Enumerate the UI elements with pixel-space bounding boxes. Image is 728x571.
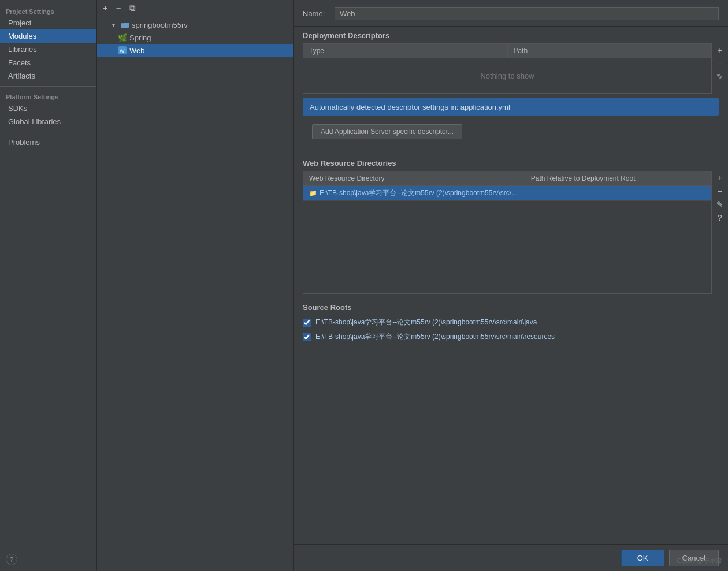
module-tree: ▾ springbootm55rv 🌿 Spring W: [97, 16, 293, 571]
sidebar-divider-2: [0, 132, 96, 132]
source-root-java-checkbox[interactable]: [303, 319, 311, 327]
source-root-resources-checkbox[interactable]: [303, 333, 311, 341]
sidebar-divider: [0, 86, 96, 87]
source-root-resources-path: E:\TB-shop\java学习平台--论文m55rv (2)\springb…: [315, 332, 555, 342]
sidebar-item-modules[interactable]: Modules: [0, 29, 96, 43]
sidebar-item-label: Artifacts: [8, 72, 35, 80]
spacer-1: [294, 143, 728, 154]
main-content: Name: Deployment Descriptors Type Path N…: [294, 0, 728, 571]
watermark-text: CSDN @宁小流: [677, 557, 722, 565]
svg-text:W: W: [120, 48, 125, 54]
tree-node-spring[interactable]: 🌿 Spring: [97, 31, 293, 44]
type-column-header: Type: [303, 44, 508, 58]
web-resource-section: Web Resource Directory Path Relative to …: [303, 171, 728, 294]
auto-detected-info: Automatically detected descriptor settin…: [303, 98, 719, 116]
deployment-descriptors-table: Type Path Nothing to show: [303, 43, 712, 94]
sidebar-item-label: Modules: [8, 32, 36, 40]
sidebar-item-project[interactable]: Project: [0, 16, 96, 29]
folder-icon: [120, 20, 129, 29]
name-label: Name:: [303, 9, 329, 18]
tree-node-label: Spring: [129, 33, 151, 42]
expand-icon: ▾: [109, 20, 118, 29]
web-resource-right-buttons: + − ✎ ?: [712, 171, 728, 294]
source-root-item-resources: E:\TB-shop\java学习平台--论文m55rv (2)\springb…: [294, 330, 728, 344]
global-help-button[interactable]: ?: [6, 554, 17, 565]
web-resource-table: Web Resource Directory Path Relative to …: [303, 171, 712, 294]
source-roots-title: Source Roots: [294, 298, 728, 315]
bottom-bar: OK Cancel: [294, 544, 728, 571]
web-res-directory-cell: 📁 E:\TB-shop\java学习平台--论文m55rv (2)\sprin…: [303, 186, 525, 200]
sidebar-item-sdks[interactable]: SDKs: [0, 102, 96, 115]
web-resource-row[interactable]: 📁 E:\TB-shop\java学习平台--论文m55rv (2)\sprin…: [303, 186, 711, 201]
source-root-java-path: E:\TB-shop\java学习平台--论文m55rv (2)\springb…: [315, 318, 537, 327]
deployment-descriptors-title: Deployment Descriptors: [294, 27, 728, 43]
module-tree-panel: + − ⧉ ▾ springbootm55rv 🌿 Spring: [97, 0, 294, 571]
web-res-path-cell: [525, 186, 711, 200]
table-header-row: Type Path: [303, 44, 711, 58]
web-res-empty-space: [303, 201, 711, 293]
add-application-server-descriptor-button[interactable]: Add Application Server specific descript…: [312, 124, 462, 139]
help-web-resource-button[interactable]: ?: [714, 212, 726, 223]
svg-rect-1: [121, 23, 124, 24]
sidebar-item-label: Facets: [8, 58, 31, 67]
deployment-right-buttons: + − ✎: [712, 43, 728, 94]
remove-web-resource-button[interactable]: −: [714, 185, 726, 197]
source-root-item-java: E:\TB-shop\java学习平台--论文m55rv (2)\springb…: [294, 315, 728, 330]
web-res-directory-text: E:\TB-shop\java学习平台--论文m55rv (2)\springb…: [320, 188, 519, 198]
name-row: Name:: [294, 0, 728, 27]
tree-node-label: springbootm55rv: [132, 21, 188, 29]
sidebar-item-global-libraries[interactable]: Global Libraries: [0, 115, 96, 128]
web-resource-title: Web Resource Directories: [294, 154, 728, 171]
add-module-button[interactable]: +: [101, 2, 110, 13]
tree-node-springbootm55rv[interactable]: ▾ springbootm55rv: [97, 18, 293, 31]
tree-node-label: Web: [129, 46, 145, 55]
web-res-directory-header: Web Resource Directory: [303, 171, 525, 185]
remove-descriptor-button[interactable]: −: [714, 58, 726, 69]
sidebar-item-libraries[interactable]: Libraries: [0, 43, 96, 56]
sidebar-item-label: Problems: [8, 138, 40, 147]
name-input[interactable]: [335, 7, 719, 20]
sidebar: Project Settings Project Modules Librari…: [0, 0, 97, 571]
sidebar-item-problems[interactable]: Problems: [0, 136, 96, 149]
spring-icon: 🌿: [118, 33, 127, 42]
web-res-header-row: Web Resource Directory Path Relative to …: [303, 171, 711, 186]
sidebar-item-label: Libraries: [8, 45, 37, 54]
sidebar-item-label: SDKs: [8, 104, 27, 113]
main-scroll[interactable]: Name: Deployment Descriptors Type Path N…: [294, 0, 728, 544]
project-settings-label: Project Settings: [0, 5, 96, 16]
remove-module-button[interactable]: −: [114, 2, 124, 13]
deployment-descriptors-body: Nothing to show: [303, 58, 711, 93]
platform-settings-label: Platform Settings: [0, 90, 96, 102]
web-res-path-header: Path Relative to Deployment Root: [525, 171, 711, 185]
deployment-descriptors-section: Type Path Nothing to show + − ✎: [303, 43, 728, 94]
sidebar-item-label: Project: [8, 18, 31, 27]
edit-web-resource-button[interactable]: ✎: [714, 199, 726, 210]
copy-module-button[interactable]: ⧉: [127, 2, 138, 13]
sidebar-item-label: Global Libraries: [8, 117, 61, 126]
tree-toolbar: + − ⧉: [97, 0, 293, 16]
web-icon: W: [118, 46, 127, 55]
folder-small-icon: 📁: [309, 189, 317, 197]
add-web-resource-button[interactable]: +: [714, 172, 726, 184]
sidebar-item-artifacts[interactable]: Artifacts: [0, 69, 96, 83]
tree-node-web[interactable]: W Web: [97, 44, 293, 57]
sidebar-item-facets[interactable]: Facets: [0, 56, 96, 69]
ok-button[interactable]: OK: [621, 550, 664, 566]
edit-descriptor-button[interactable]: ✎: [714, 71, 726, 83]
nothing-to-show-label: Nothing to show: [469, 60, 545, 92]
path-column-header: Path: [508, 44, 712, 58]
add-descriptor-button[interactable]: +: [714, 44, 726, 56]
bottom-padding: [294, 344, 728, 367]
